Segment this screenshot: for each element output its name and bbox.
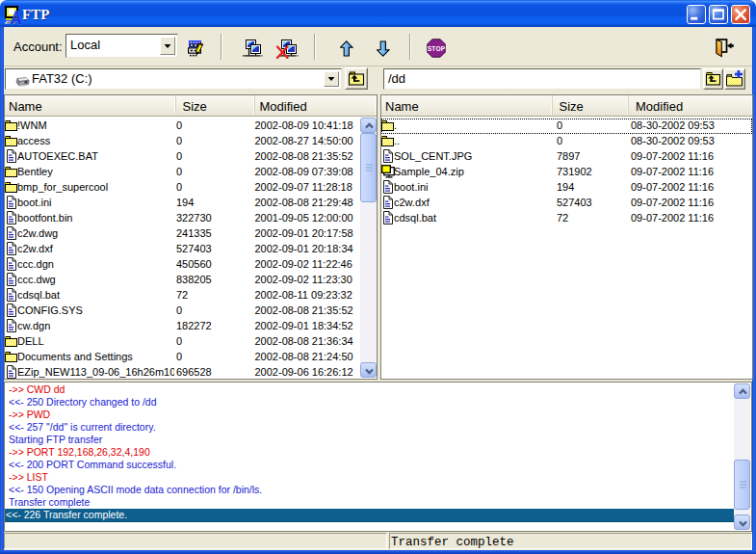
- svg-text:STOP: STOP: [428, 45, 446, 52]
